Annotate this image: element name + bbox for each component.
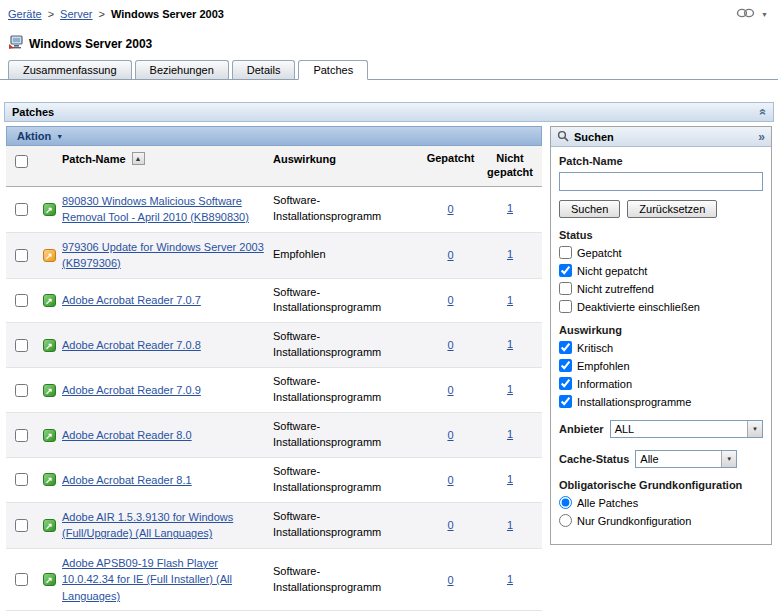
breadcrumb-link-server[interactable]: Server	[60, 8, 92, 20]
patched-count-link[interactable]: 0	[447, 519, 453, 531]
patches-panel-body: Aktion ▼ Patch-Name ▲ Auswirkung Gepatch…	[4, 122, 774, 611]
filter-checkbox[interactable]	[559, 341, 572, 354]
row-checkbox[interactable]	[15, 339, 28, 352]
filter-option[interactable]: Nicht zutreffend	[559, 282, 763, 295]
not-patched-count-link[interactable]: 1	[507, 338, 513, 350]
patch-name-filter-label: Patch-Name	[559, 155, 763, 167]
column-header-auswirkung: Auswirkung	[273, 152, 423, 168]
breadcrumb-separator: >	[48, 8, 54, 20]
row-checkbox[interactable]	[15, 519, 28, 532]
patch-name-input[interactable]	[559, 172, 763, 191]
patched-count-link[interactable]: 0	[447, 384, 453, 396]
patch-name-link[interactable]: Adobe Acrobat Reader 7.0.7	[62, 294, 201, 306]
top-menu-arrow-icon[interactable]: ▼	[761, 11, 768, 18]
not-patched-count-link[interactable]: 1	[507, 473, 513, 485]
patch-name-link[interactable]: 979306 Update for Windows Server 2003 (K…	[62, 241, 264, 270]
filter-option[interactable]: Kritisch	[559, 341, 763, 354]
filter-option-label: Installationsprogramme	[577, 396, 691, 408]
patched-count-link[interactable]: 0	[447, 574, 453, 586]
table-row: Adobe Acrobat Reader 8.1 Software-Instal…	[6, 458, 542, 503]
patch-impact-text: Software-Installationsprogramm	[273, 564, 423, 596]
patched-count-link[interactable]: 0	[447, 474, 453, 486]
cache-status-dropdown[interactable]: Alle ▼	[635, 450, 737, 468]
tab-patches[interactable]: Patches	[298, 60, 368, 80]
filter-option[interactable]: Nur Grundkonfiguration	[559, 514, 763, 527]
filter-checkbox[interactable]	[559, 359, 572, 372]
patch-update-icon	[43, 339, 56, 352]
filter-checkbox[interactable]	[559, 395, 572, 408]
tab-zusammenfassung[interactable]: Zusammenfassung	[8, 60, 132, 79]
patch-name-link[interactable]: Adobe Acrobat Reader 8.0	[62, 429, 192, 441]
search-button[interactable]: Suchen	[559, 200, 620, 218]
patched-count-link[interactable]: 0	[447, 339, 453, 351]
reset-button[interactable]: Zurücksetzen	[627, 200, 717, 218]
patch-update-icon	[43, 429, 56, 442]
breadcrumb-link-geraete[interactable]: Geräte	[8, 8, 42, 20]
table-row: Adobe APSB09-19 Flash Player 10.0.42.34 …	[6, 549, 542, 612]
patch-name-link[interactable]: Adobe AIR 1.5.3.9130 for Windows (Full/U…	[62, 511, 233, 540]
patch-impact-text: Software-Installationsprogramm	[273, 374, 423, 406]
filter-option[interactable]: Installationsprogramme	[559, 395, 763, 408]
select-all-checkbox[interactable]	[15, 155, 28, 168]
filter-checkbox[interactable]	[559, 300, 572, 313]
not-patched-count-link[interactable]: 1	[507, 573, 513, 585]
patch-name-link[interactable]: Adobe Acrobat Reader 7.0.9	[62, 384, 201, 396]
sort-ascending-icon[interactable]: ▲	[132, 152, 145, 165]
row-checkbox[interactable]	[15, 429, 28, 442]
filter-checkbox[interactable]	[559, 377, 572, 390]
patched-count-link[interactable]: 0	[447, 429, 453, 441]
not-patched-count-link[interactable]: 1	[507, 383, 513, 395]
not-patched-count-link[interactable]: 1	[507, 202, 513, 214]
filter-option[interactable]: Empfohlen	[559, 359, 763, 372]
row-checkbox[interactable]	[15, 384, 28, 397]
patch-impact-text: Empfohlen	[273, 247, 423, 263]
patch-name-link[interactable]: Adobe Acrobat Reader 8.1	[62, 474, 192, 486]
patched-count-link[interactable]: 0	[447, 249, 453, 261]
patched-count-link[interactable]: 0	[447, 203, 453, 215]
filter-option[interactable]: Information	[559, 377, 763, 390]
expand-search-icon[interactable]: »	[758, 130, 765, 144]
action-menu[interactable]: Aktion ▼	[17, 130, 63, 142]
row-checkbox[interactable]	[15, 473, 28, 486]
filter-checkbox[interactable]	[559, 264, 572, 277]
vendor-dropdown-value: ALL	[615, 423, 635, 435]
row-checkbox[interactable]	[15, 573, 28, 586]
vendor-dropdown[interactable]: ALL ▼	[610, 420, 763, 438]
filter-option[interactable]: Gepatcht	[559, 246, 763, 259]
filter-checkbox[interactable]	[559, 246, 572, 259]
not-patched-count-link[interactable]: 1	[507, 294, 513, 306]
row-checkbox[interactable]	[15, 249, 28, 262]
filter-radio[interactable]	[559, 496, 572, 509]
filter-checkbox[interactable]	[559, 282, 572, 295]
search-icon	[557, 130, 569, 144]
patch-name-link[interactable]: Adobe Acrobat Reader 7.0.8	[62, 339, 201, 351]
table-row: Adobe Acrobat Reader 7.0.8 Software-Inst…	[6, 323, 542, 368]
table-row: 979306 Update for Windows Server 2003 (K…	[6, 233, 542, 279]
filter-option[interactable]: Nicht gepatcht	[559, 264, 763, 277]
link-icon[interactable]	[736, 7, 755, 21]
patches-panel: Patches » Aktion ▼ Patch-Name ▲ Auswirku…	[4, 102, 774, 611]
filter-option[interactable]: Alle Patches	[559, 496, 763, 509]
row-checkbox[interactable]	[15, 294, 28, 307]
not-patched-count-link[interactable]: 1	[507, 248, 513, 260]
patch-impact-text: Software-Installationsprogramm	[273, 285, 423, 317]
filter-option-label: Gepatcht	[577, 247, 622, 259]
filter-option-label: Deaktivierte einschließen	[577, 301, 700, 313]
filter-radio[interactable]	[559, 514, 572, 527]
row-checkbox[interactable]	[15, 203, 28, 216]
not-patched-count-link[interactable]: 1	[507, 428, 513, 440]
collapse-panel-icon[interactable]: »	[756, 109, 770, 116]
patch-name-link[interactable]: 890830 Windows Malicious Software Remova…	[62, 195, 249, 224]
patched-count-link[interactable]: 0	[447, 294, 453, 306]
status-section-label: Status	[559, 229, 763, 241]
not-patched-count-link[interactable]: 1	[507, 519, 513, 531]
patch-name-link[interactable]: Adobe APSB09-19 Flash Player 10.0.42.34 …	[62, 557, 232, 602]
tab-beziehungen[interactable]: Beziehungen	[135, 60, 229, 79]
filter-option[interactable]: Deaktivierte einschließen	[559, 300, 763, 313]
column-header-patch-name[interactable]: Patch-Name	[62, 153, 126, 165]
server-icon	[8, 35, 24, 52]
tab-details[interactable]: Details	[232, 60, 296, 79]
patch-update-icon	[43, 249, 56, 262]
action-menu-bar: Aktion ▼	[6, 126, 542, 146]
dropdown-arrow-icon: ▼	[747, 421, 762, 437]
